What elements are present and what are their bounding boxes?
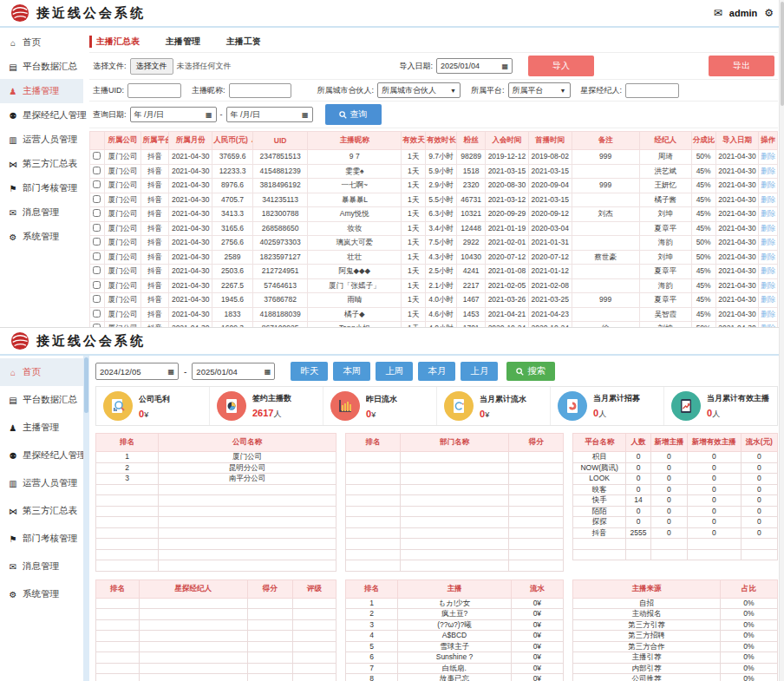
- sidebar-item-system[interactable]: ⚙系统管理: [0, 225, 83, 249]
- tab-anchor-summary[interactable]: 主播汇总表: [89, 36, 140, 48]
- delete-link[interactable]: 删除: [761, 180, 775, 189]
- system-icon: ⚙: [8, 590, 18, 599]
- table-row: 厦门公司抖音2021-04-304705.7341235113暴暴暴L1天5.5…: [90, 193, 778, 207]
- table-cell: 2021-04-30: [715, 164, 759, 179]
- table-cell: 9.7小时: [425, 150, 456, 165]
- column-header: 主播来源: [573, 580, 721, 598]
- quick-this-month-button[interactable]: 本月: [418, 362, 455, 381]
- table-cell: [509, 517, 564, 528]
- choose-file-button[interactable]: 选择文件: [130, 58, 173, 75]
- mail-icon[interactable]: ✉: [714, 7, 722, 19]
- date-to-input[interactable]: 年 /月/日 ▦: [226, 107, 313, 122]
- delete-link[interactable]: 删除: [761, 152, 775, 160]
- platform-select[interactable]: 所属平台 ▼: [508, 82, 571, 98]
- sidebar-item-home[interactable]: ⌂首页: [0, 30, 83, 55]
- delete-link[interactable]: 删除: [761, 195, 775, 204]
- quick-last-month-button[interactable]: 上月: [461, 362, 498, 381]
- table-cell: 0: [688, 506, 741, 517]
- sidebar-item-third-party-summary[interactable]: ⋈第三方汇总表: [0, 152, 83, 176]
- stat-card: 当月累计有效主播0人: [664, 387, 777, 425]
- table-cell: 0%: [720, 598, 777, 609]
- gear-icon[interactable]: ⚙: [764, 7, 774, 19]
- uid-input[interactable]: [127, 83, 181, 98]
- row-checkbox[interactable]: [93, 252, 101, 260]
- query-button[interactable]: 查询: [325, 104, 382, 125]
- delete-link[interactable]: 删除: [761, 295, 775, 304]
- row-checkbox[interactable]: [93, 238, 101, 246]
- table-cell: 1467: [457, 293, 486, 308]
- sidebar-item-department-assess[interactable]: ⚑部门考核管理: [0, 525, 83, 553]
- sidebar-item-anchor-manage[interactable]: ♟主播管理: [0, 79, 83, 103]
- sidebar-item-third-party-summary[interactable]: ⋈第三方汇总表: [0, 497, 83, 525]
- date-from-input[interactable]: 年 /月/日 ▦: [130, 107, 217, 122]
- stat-card-title: 当月累计招募: [593, 393, 640, 404]
- table-row-empty: [346, 549, 564, 560]
- delete-link[interactable]: 删除: [761, 224, 775, 232]
- row-checkbox[interactable]: [93, 195, 101, 203]
- sidebar-item-operator-manage[interactable]: ▥运营人员管理: [0, 128, 83, 152]
- table-cell: 厦门「张嫣子」: [308, 278, 402, 293]
- column-header: 有效天: [402, 132, 426, 150]
- sidebar-item-scout-agent-manage[interactable]: ⚉星探经纪人管理: [0, 442, 83, 469]
- row-checkbox[interactable]: [93, 281, 101, 289]
- tab-anchor-manage[interactable]: 主播管理: [166, 36, 200, 48]
- row-checkbox[interactable]: [93, 310, 101, 318]
- quick-yesterday-button[interactable]: 昨天: [291, 362, 328, 381]
- range-from-input[interactable]: 2024/12/05 ▦: [95, 363, 179, 380]
- row-checkbox[interactable]: [93, 167, 101, 174]
- import-button[interactable]: 导入: [528, 56, 594, 76]
- table-cell: 橘子酱: [639, 193, 691, 207]
- row-action-cell: 删除: [759, 278, 778, 293]
- scout-input[interactable]: [625, 83, 679, 98]
- delete-link[interactable]: 删除: [761, 209, 775, 218]
- table-cell: [572, 193, 639, 207]
- table-cell: [293, 652, 336, 664]
- delete-link[interactable]: 删除: [761, 252, 775, 261]
- sidebar-item-scout-agent-manage[interactable]: ⚉星探经纪人管理: [0, 103, 83, 128]
- sidebar-item-operator-manage[interactable]: ▥运营人员管理: [0, 469, 83, 497]
- sidebar-item-message[interactable]: ✉消息管理: [0, 200, 83, 225]
- page-scrollbar[interactable]: [779, 0, 784, 681]
- sidebar-item-home[interactable]: ⌂首页: [0, 358, 83, 386]
- table-cell: 2021-01-08: [485, 265, 528, 279]
- table-cell: 抖音: [141, 207, 169, 222]
- delete-link[interactable]: 删除: [761, 310, 775, 318]
- sidebar-item-platform-data[interactable]: ▤平台数据汇总: [0, 386, 83, 414]
- tab-anchor-salary[interactable]: 主播工资: [226, 36, 261, 48]
- range-to-input[interactable]: 2025/01/04 ▦: [192, 363, 275, 380]
- import-date-input[interactable]: 2025/01/04 ▦: [436, 58, 513, 74]
- table-cell: [572, 236, 639, 251]
- sidebar-item-message[interactable]: ✉消息管理: [0, 553, 83, 580]
- table-cell: 快手: [573, 495, 626, 507]
- table-cell: 刘坤: [639, 322, 691, 329]
- row-checkbox[interactable]: [93, 152, 101, 160]
- row-select-cell: [90, 193, 105, 207]
- row-checkbox[interactable]: [93, 295, 101, 303]
- delete-link[interactable]: 删除: [761, 167, 775, 175]
- delete-link[interactable]: 删除: [761, 266, 775, 275]
- table-cell: 6: [346, 652, 398, 664]
- row-checkbox[interactable]: [93, 266, 101, 274]
- username[interactable]: admin: [729, 8, 757, 18]
- export-button[interactable]: 导出: [709, 56, 774, 76]
- quick-this-week-button[interactable]: 本周: [333, 362, 370, 381]
- sidebar-item-label: 主播管理: [23, 422, 59, 434]
- sidebar-item-platform-data[interactable]: ▤平台数据汇总: [0, 55, 83, 79]
- row-checkbox[interactable]: [93, 209, 101, 217]
- row-checkbox[interactable]: [93, 224, 101, 232]
- quick-last-week-button[interactable]: 上周: [376, 362, 413, 381]
- delete-link[interactable]: 删除: [761, 281, 775, 290]
- search-button[interactable]: 搜索: [506, 362, 555, 381]
- sidebar-item-system[interactable]: ⚙系统管理: [0, 580, 83, 608]
- table-cell: Sunshine ?: [398, 652, 512, 664]
- table-cell: [159, 527, 336, 539]
- city-partner-select[interactable]: 所属城市合伙人 ▼: [377, 82, 461, 98]
- sidebar-item-department-assess[interactable]: ⚑部门考核管理: [0, 176, 83, 200]
- row-checkbox[interactable]: [93, 180, 101, 188]
- table-row-empty: [346, 474, 564, 485]
- delete-link[interactable]: 删除: [761, 238, 775, 246]
- nickname-input[interactable]: [229, 83, 291, 98]
- sidebar-item-anchor-manage[interactable]: ♟主播管理: [0, 414, 83, 442]
- anchor-source-table: 主播来源占比自招0%主动报名0%第三方引荐0%第三方招聘0%第三方合作0%主播引…: [572, 580, 778, 681]
- content-scrollbar[interactable]: [83, 356, 89, 681]
